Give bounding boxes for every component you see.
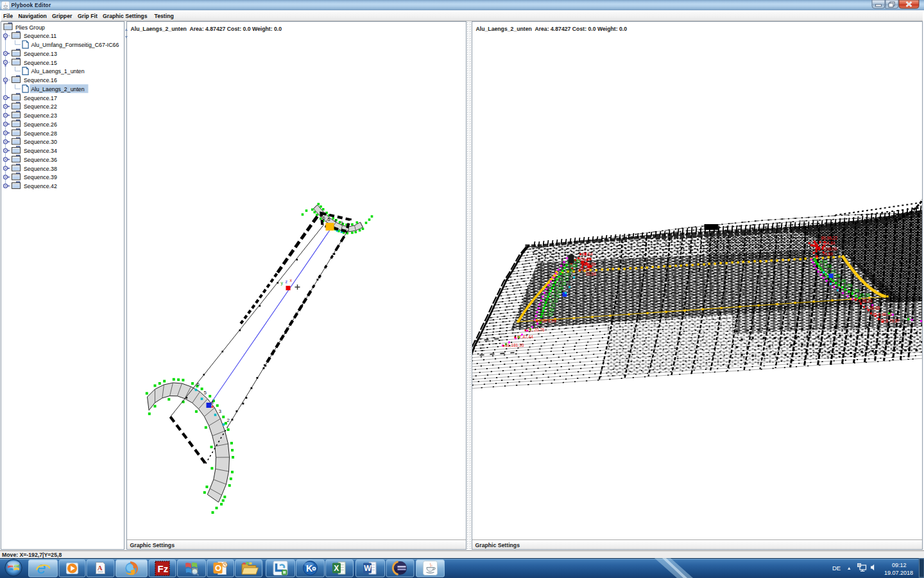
svg-text:198,09: 198,09 xyxy=(824,247,837,251)
svg-text:2: 2 xyxy=(346,222,348,228)
svg-text:83,64: 83,64 xyxy=(582,252,593,256)
svg-text:y: y xyxy=(280,281,283,286)
svg-text:O: O xyxy=(215,563,221,573)
svg-text:2: 2 xyxy=(227,417,230,423)
svg-text:Alu_Laengs_2_unten: Alu_Laengs_2_unten xyxy=(31,86,85,92)
svg-text:Sequence.13: Sequence.13 xyxy=(24,51,57,57)
svg-text:Sequence.15: Sequence.15 xyxy=(24,60,57,66)
svg-text:10,58: 10,58 xyxy=(585,272,596,276)
svg-text:0,06: 0,06 xyxy=(823,264,832,268)
svg-text:Sequence.34: Sequence.34 xyxy=(24,148,57,154)
svg-text:204,84: 204,84 xyxy=(822,241,835,245)
svg-text:81,181,33: 81,181,33 xyxy=(505,343,524,347)
svg-text:A: A xyxy=(98,564,103,572)
svg-text:0,02: 0,02 xyxy=(545,312,553,317)
svg-text:0,39 0,99: 0,39 0,99 xyxy=(538,319,556,323)
svg-text:09:12: 09:12 xyxy=(892,562,907,568)
svg-text:Sequence.16: Sequence.16 xyxy=(24,77,57,83)
svg-text:z: z xyxy=(285,279,287,284)
svg-text:Sequence.39: Sequence.39 xyxy=(24,174,57,180)
svg-text:4: 4 xyxy=(334,218,336,223)
svg-text:19.07.2018: 19.07.2018 xyxy=(884,570,913,576)
svg-text:0,06: 0,06 xyxy=(569,263,578,268)
svg-text:Sequence.11: Sequence.11 xyxy=(24,33,56,39)
svg-text:3: 3 xyxy=(340,220,343,226)
svg-text:Sequence.30: Sequence.30 xyxy=(24,139,57,145)
svg-text:Sequence.23: Sequence.23 xyxy=(24,112,57,119)
svg-text:DE: DE xyxy=(832,565,841,572)
svg-text:3: 3 xyxy=(218,408,221,414)
svg-text:0,78: 0,78 xyxy=(551,294,560,299)
svg-text:0,07: 0,07 xyxy=(563,272,571,277)
svg-text:5: 5 xyxy=(327,216,330,222)
svg-text:0,28: 0,28 xyxy=(837,279,846,283)
svg-text:Sequence.36: Sequence.36 xyxy=(24,157,57,163)
svg-text:80,96,22: 80,96,22 xyxy=(821,236,837,240)
svg-text:K: K xyxy=(306,563,312,574)
svg-text:0,21: 0,21 xyxy=(547,303,556,308)
svg-text:0,13: 0,13 xyxy=(560,277,569,281)
svg-text:x: x xyxy=(289,278,292,283)
svg-text:X: X xyxy=(334,564,339,573)
svg-text:0,18: 0,18 xyxy=(558,281,566,286)
svg-text:45,38: 45,38 xyxy=(859,293,870,297)
svg-text:Plies Group: Plies Group xyxy=(15,24,45,31)
svg-text:Sequence.28: Sequence.28 xyxy=(24,130,57,137)
svg-text:21, 20,76: 21, 20,76 xyxy=(527,328,544,332)
svg-text:4,38,23: 4,38,23 xyxy=(858,299,872,303)
svg-text:0,99: 0,99 xyxy=(844,283,852,288)
svg-text:Alu_Umfang_Formseitig_C67-IC66: Alu_Umfang_Formseitig_C67-IC66 xyxy=(31,42,119,48)
svg-text:0,10: 0,10 xyxy=(549,299,558,303)
svg-text:Alu_Laengs_1_unten: Alu_Laengs_1_unten xyxy=(31,68,85,74)
svg-text:Sequence.22: Sequence.22 xyxy=(24,103,57,110)
svg-text:4,61: 4,61 xyxy=(819,259,828,264)
svg-text:6: 6 xyxy=(322,215,325,221)
svg-text:1,56: 1,56 xyxy=(546,308,554,312)
svg-text:1,56: 1,56 xyxy=(851,288,859,293)
svg-text:3,10: 3,10 xyxy=(827,269,835,274)
svg-text:74,59: 74,59 xyxy=(579,267,590,272)
svg-text:Sequence.26: Sequence.26 xyxy=(24,121,57,128)
svg-text:Sequence.42: Sequence.42 xyxy=(24,183,57,189)
svg-text:0,57: 0,57 xyxy=(566,268,574,272)
svg-text:W: W xyxy=(364,564,372,573)
svg-text:198,09: 198,09 xyxy=(583,262,595,267)
svg-text:6: 6 xyxy=(196,381,200,387)
svg-text:5: 5 xyxy=(203,390,207,396)
svg-text:0,28: 0,28 xyxy=(553,290,561,294)
svg-text:Sequence.17: Sequence.17 xyxy=(24,95,57,101)
svg-text:47,47,44: 47,47,44 xyxy=(517,335,533,339)
svg-text:Fz: Fz xyxy=(158,563,169,574)
svg-text:74,59: 74,59 xyxy=(822,252,833,256)
svg-text:Sequence.38: Sequence.38 xyxy=(24,166,57,172)
